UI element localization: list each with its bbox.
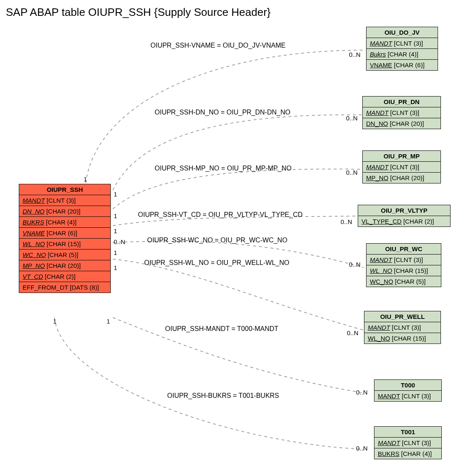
rel-6-field-0: MANDT [CLNT (3)] bbox=[374, 391, 441, 401]
rel-4-field-0: MANDT [CLNT (3)] bbox=[367, 255, 441, 265]
main-field-1: DN_NO [CHAR (20)] bbox=[19, 206, 110, 217]
entity-oiu-pr-well: OIU_PR_WELLMANDT [CLNT (3)]WL_NO [CHAR (… bbox=[364, 311, 441, 344]
card-dst-3: 0..N bbox=[341, 218, 352, 225]
rel-4-field-1: WL_NO [CHAR (15)] bbox=[367, 265, 441, 276]
edge-label-1: OIUPR_SSH-DN_NO = OIU_PR_DN-DN_NO bbox=[155, 109, 290, 116]
card-dst-4: 0..N bbox=[349, 261, 361, 268]
rel-1-field-0: MANDT [CLNT (3)] bbox=[363, 107, 440, 118]
edge-label-3: OIUPR_SSH-VT_CD = OIU_PR_VLTYP-VL_TYPE_C… bbox=[138, 211, 303, 219]
entity-oiu-pr-mp: OIU_PR_MPMANDT [CLNT (3)]MP_NO [CHAR (20… bbox=[362, 150, 441, 183]
rel-3-field-0: VL_TYPE_CD [CHAR (2)] bbox=[358, 216, 450, 227]
entity-header: OIU_PR_VLTYP bbox=[358, 205, 450, 216]
card-dst-5: 0..N bbox=[347, 329, 359, 336]
edge-label-6: OIUPR_SSH-MANDT = T000-MANDT bbox=[165, 325, 278, 333]
edge-label-2: OIUPR_SSH-MP_NO = OIU_PR_MP-MP_NO bbox=[155, 165, 292, 172]
card-dst-2: 0..N bbox=[346, 169, 358, 176]
entity-main: OIUPR_SSH MANDT [CLNT (3)]DN_NO [CHAR (2… bbox=[19, 184, 111, 293]
rel-0-field-2: VNAME [CHAR (6)] bbox=[367, 60, 438, 70]
entity-header: OIU_PR_WC bbox=[367, 244, 441, 255]
rel-0-field-0: MANDT [CLNT (3)] bbox=[367, 38, 438, 49]
rel-2-field-1: MP_NO [CHAR (20)] bbox=[363, 173, 440, 183]
edge-label-0: OIUPR_SSH-VNAME = OIU_DO_JV-VNAME bbox=[150, 42, 285, 49]
entity-header: T001 bbox=[374, 427, 441, 438]
entity-t001: T001MANDT [CLNT (3)]BUKRS [CHAR (4)] bbox=[374, 426, 442, 459]
rel-5-field-1: WL_NO [CHAR (15)] bbox=[364, 333, 440, 344]
entity-header: OIU_PR_MP bbox=[363, 151, 440, 162]
entity-main-header: OIUPR_SSH bbox=[19, 184, 110, 195]
entity-header: OIU_DO_JV bbox=[367, 27, 438, 38]
er-diagram: SAP ABAP table OIUPR_SSH {Supply Source … bbox=[0, 0, 471, 476]
main-field-5: WC_NO [CHAR (5)] bbox=[19, 249, 110, 260]
rel-7-field-0: MANDT [CLNT (3)] bbox=[374, 438, 441, 448]
card-src-3: 1 bbox=[114, 227, 117, 234]
main-field-8: EFF_FROM_DT [DATS (8)] bbox=[19, 282, 110, 293]
edge-label-4: OIUPR_SSH-WC_NO = OIU_PR_WC-WC_NO bbox=[147, 237, 288, 244]
main-field-6: MP_NO [CHAR (20)] bbox=[19, 260, 110, 271]
rel-0-field-1: Bukrs [CHAR (4)] bbox=[367, 49, 438, 60]
rel-4-field-2: WC_NO [CHAR (5)] bbox=[367, 276, 441, 287]
card-src-1: 1 bbox=[114, 191, 117, 198]
main-field-4: WL_NO [CHAR (15)] bbox=[19, 239, 110, 249]
rel-7-field-1: BUKRS [CHAR (4)] bbox=[374, 448, 441, 459]
card-src-0: 1 bbox=[84, 176, 87, 183]
rel-5-field-0: MANDT [CLNT (3)] bbox=[364, 322, 440, 333]
entity-header: OIU_PR_DN bbox=[363, 97, 440, 107]
page-title: SAP ABAP table OIUPR_SSH {Supply Source … bbox=[6, 6, 271, 19]
entity-oiu-pr-dn: OIU_PR_DNMANDT [CLNT (3)]DN_NO [CHAR (20… bbox=[362, 96, 441, 129]
card-src-4: 0..N bbox=[114, 238, 125, 245]
card-src-2: 1 bbox=[114, 212, 117, 219]
entity-t000: T000MANDT [CLNT (3)] bbox=[374, 379, 442, 402]
card-src-8: 1 bbox=[53, 318, 56, 325]
main-field-3: VNAME [CHAR (6)] bbox=[19, 228, 110, 239]
card-src-5: 1 bbox=[114, 249, 117, 256]
entity-oiu-pr-vltyp: OIU_PR_VLTYPVL_TYPE_CD [CHAR (2)] bbox=[358, 205, 451, 227]
card-src-6: 1 bbox=[114, 264, 117, 271]
main-field-2: BUKRS [CHAR (4)] bbox=[19, 217, 110, 228]
main-field-0: MANDT [CLNT (3)] bbox=[19, 195, 110, 206]
entity-oiu-pr-wc: OIU_PR_WCMANDT [CLNT (3)]WL_NO [CHAR (15… bbox=[366, 243, 441, 287]
edge-label-7: OIUPR_SSH-BUKRS = T001-BUKRS bbox=[167, 392, 279, 400]
edge-label-5: OIUPR_SSH-WL_NO = OIU_PR_WELL-WL_NO bbox=[144, 259, 289, 267]
card-dst-6: 0..N bbox=[356, 389, 368, 396]
rel-2-field-0: MANDT [CLNT (3)] bbox=[363, 162, 440, 173]
card-dst-7: 0..N bbox=[356, 445, 368, 452]
entity-oiu-do-jv: OIU_DO_JVMANDT [CLNT (3)]Bukrs [CHAR (4)… bbox=[366, 27, 438, 71]
main-field-7: VT_CD [CHAR (2)] bbox=[19, 271, 110, 282]
entity-header: T000 bbox=[374, 380, 441, 391]
rel-1-field-1: DN_NO [CHAR (20)] bbox=[363, 118, 440, 129]
entity-header: OIU_PR_WELL bbox=[364, 311, 440, 322]
card-src-7: 1 bbox=[107, 318, 110, 325]
card-dst-0: 0..N bbox=[349, 51, 361, 58]
card-dst-1: 0..N bbox=[346, 115, 358, 122]
